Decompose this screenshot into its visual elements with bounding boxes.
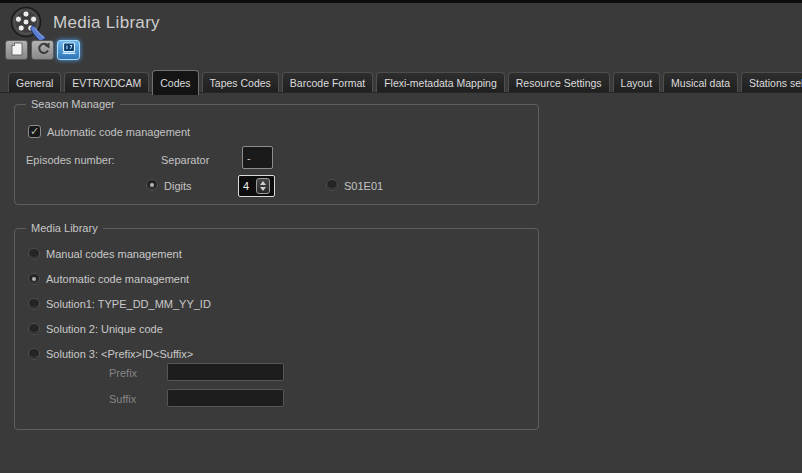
toolbar — [5, 40, 80, 60]
automatic-code-checkbox[interactable]: ✓ — [28, 125, 41, 138]
tab-flexi-metadata-mapping[interactable]: Flexi-metadata Mapping — [376, 72, 505, 92]
radio-option-label: Solution1: TYPE_DD_MM_YY_ID — [46, 298, 211, 310]
prefix-input[interactable] — [167, 363, 284, 381]
code-options-list: Manual codes managementAutomatic code ma… — [28, 247, 211, 360]
separator-input[interactable] — [242, 146, 273, 169]
prefix-label: Prefix — [109, 367, 137, 379]
checkmark-icon: ✓ — [30, 126, 39, 136]
undo-arrow-icon — [36, 42, 50, 58]
s01e01-radio[interactable] — [326, 179, 338, 191]
media-library-window: Media Library — [0, 0, 802, 473]
suffix-input[interactable] — [167, 389, 284, 407]
radio-option-row[interactable]: Automatic code management — [28, 272, 211, 285]
tab-tapes-codes[interactable]: Tapes Codes — [202, 72, 279, 92]
digits-radio-label: Digits — [164, 180, 192, 192]
new-page-button[interactable] — [5, 40, 28, 60]
spinner-up-icon[interactable] — [260, 181, 266, 185]
radio-option-label: Manual codes management — [46, 248, 182, 260]
episodes-number-label: Episodes number: — [26, 154, 115, 166]
spinner-buttons[interactable] — [256, 178, 270, 194]
radio-option-row[interactable]: Solution 3: <Prefix>ID<Suffix> — [28, 347, 211, 360]
group-title-season-manager: Season Manager — [26, 98, 120, 110]
tab-resource-settings[interactable]: Resource Settings — [508, 72, 610, 92]
film-reel-icon — [10, 6, 50, 42]
undo-button[interactable] — [31, 40, 54, 60]
tab-layout[interactable]: Layout — [613, 72, 661, 92]
page-title: Media Library — [53, 13, 160, 33]
separator-label: Separator — [161, 154, 209, 166]
page-icon — [11, 42, 23, 59]
spinner-down-icon[interactable] — [260, 187, 266, 191]
tab-general[interactable]: General — [8, 72, 61, 92]
radio-option-row[interactable]: Manual codes management — [28, 247, 211, 260]
radio-button[interactable] — [28, 273, 40, 285]
window-top-edge — [0, 0, 802, 3]
radio-button[interactable] — [28, 298, 40, 310]
digits-spinbox[interactable]: 4 — [238, 175, 275, 197]
group-title-media-library: Media Library — [26, 222, 103, 234]
tab-musical-data[interactable]: Musical data — [663, 72, 738, 92]
radio-option-label: Solution 3: <Prefix>ID<Suffix> — [46, 348, 193, 360]
radio-option-row[interactable]: Solution1: TYPE_DD_MM_YY_ID — [28, 297, 211, 310]
tab-barcode-format[interactable]: Barcode Format — [282, 72, 373, 92]
suffix-label: Suffix — [109, 393, 136, 405]
season-manager-group: Season Manager ✓ Automatic code manageme… — [14, 104, 539, 205]
media-library-group: Media Library Manual codes managementAut… — [14, 228, 539, 430]
radio-option-label: Solution 2: Unique code — [46, 323, 163, 335]
digits-spinbox-value: 4 — [240, 180, 256, 192]
radio-button[interactable] — [28, 348, 40, 360]
tab-stations-selection[interactable]: Stations selection — [741, 72, 802, 92]
monitor-icon — [62, 42, 76, 58]
radio-option-row[interactable]: Solution 2: Unique code — [28, 322, 211, 335]
s01e01-radio-label: S01E01 — [344, 180, 383, 192]
tab-codes[interactable]: Codes — [152, 70, 198, 95]
radio-option-label: Automatic code management — [46, 273, 189, 285]
radio-button[interactable] — [28, 323, 40, 335]
radio-button[interactable] — [28, 248, 40, 260]
tab-evtr-xdcam[interactable]: EVTR/XDCAM — [64, 72, 149, 92]
digits-radio[interactable] — [146, 179, 158, 191]
stations-monitor-button[interactable] — [57, 40, 80, 60]
tab-bar: GeneralEVTR/XDCAMCodesTapes CodesBarcode… — [0, 70, 802, 93]
automatic-code-checkbox-label: Automatic code management — [47, 126, 190, 138]
